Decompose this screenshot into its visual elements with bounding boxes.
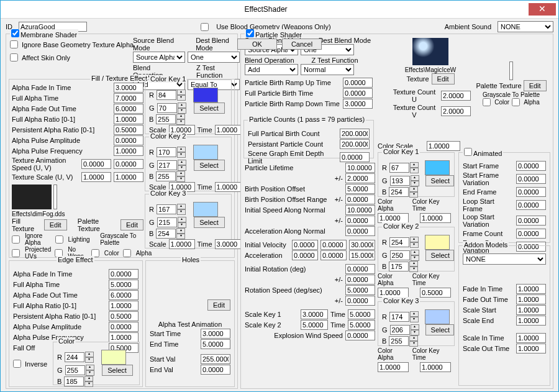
spin-down[interactable]: ▾ bbox=[411, 181, 419, 186]
p-ck2-ca-input[interactable] bbox=[378, 288, 409, 298]
inverse-checkbox[interactable] bbox=[13, 360, 21, 368]
p-ck1-b-input[interactable] bbox=[389, 187, 409, 197]
projected-uvs-checkbox[interactable] bbox=[12, 249, 20, 257]
fte-ck1-r-input[interactable] bbox=[157, 90, 176, 100]
cs-input[interactable] bbox=[427, 141, 460, 151]
membrane-shader-checkbox[interactable] bbox=[11, 29, 19, 37]
ir-pm-input[interactable] bbox=[345, 275, 375, 285]
tcu-input[interactable] bbox=[441, 91, 471, 101]
fte-ck3-select-button[interactable]: Select bbox=[194, 217, 225, 228]
p-ck3-g-input[interactable] bbox=[390, 325, 410, 335]
sk2-time-input[interactable] bbox=[348, 320, 375, 330]
mem-sbm-dropdown[interactable]: Source Alpha bbox=[133, 52, 185, 63]
mem-dbm-dropdown[interactable]: One bbox=[188, 52, 240, 63]
affect-skin-checkbox[interactable] bbox=[10, 53, 18, 62]
ppc-input[interactable] bbox=[340, 139, 370, 149]
fte-ck1-b-input[interactable] bbox=[156, 114, 176, 124]
fte-ck2-time-input[interactable] bbox=[215, 182, 241, 192]
fte-tas-u-input[interactable] bbox=[81, 159, 111, 169]
use-blood-geometry-checkbox[interactable] bbox=[201, 23, 209, 31]
sk1-input[interactable] bbox=[301, 309, 328, 319]
animated-checkbox[interactable] bbox=[464, 148, 472, 156]
edge-par-input[interactable] bbox=[109, 311, 139, 321]
ir-input[interactable] bbox=[345, 264, 375, 274]
p-ck1-ckt-input[interactable] bbox=[420, 213, 451, 223]
spin-up[interactable]: ▴ bbox=[176, 114, 185, 119]
rs-input[interactable] bbox=[345, 285, 375, 295]
spin-down[interactable]: ▾ bbox=[177, 152, 186, 158]
pl-pm-input[interactable] bbox=[345, 173, 375, 183]
p-ck2-ckt-input[interactable] bbox=[420, 288, 451, 298]
ss-input[interactable] bbox=[516, 305, 546, 315]
lighting-checkbox[interactable] bbox=[55, 235, 63, 244]
p-ck3-ckt-input[interactable] bbox=[420, 362, 451, 372]
holes-edit-button[interactable]: Edit bbox=[207, 299, 230, 311]
fot-input[interactable] bbox=[516, 294, 546, 304]
spin-up[interactable]: ▴ bbox=[409, 261, 418, 267]
tcv-input[interactable] bbox=[441, 106, 471, 116]
cancel-button[interactable]: Cancel bbox=[282, 39, 322, 50]
fte-ck3-g-input[interactable] bbox=[157, 217, 177, 227]
p-ck3-b-input[interactable] bbox=[389, 336, 409, 346]
pl-input[interactable] bbox=[345, 163, 375, 173]
ignore-alpha-checkbox[interactable] bbox=[12, 235, 20, 244]
p-ck3-select-button[interactable]: Select bbox=[425, 324, 454, 335]
aan-input[interactable] bbox=[345, 226, 375, 236]
ews-input[interactable] bbox=[345, 330, 375, 340]
fte-ck1-select-button[interactable]: Select bbox=[194, 103, 225, 114]
spin-up[interactable]: ▴ bbox=[176, 228, 185, 234]
spin-down[interactable]: ▾ bbox=[178, 165, 186, 171]
p-paltex-edit-button[interactable]: Edit bbox=[524, 80, 547, 91]
edge-color-select-button[interactable]: Select bbox=[102, 365, 133, 376]
iv3-input[interactable] bbox=[349, 240, 375, 250]
fte-tas-v-input[interactable] bbox=[114, 159, 143, 169]
fit-input[interactable] bbox=[516, 284, 546, 294]
spin-up[interactable]: ▴ bbox=[84, 376, 93, 381]
lsf-input[interactable] bbox=[516, 200, 546, 210]
rs-pm-input[interactable] bbox=[345, 296, 375, 306]
p-pbru-input[interactable] bbox=[343, 78, 373, 88]
holes-et-input[interactable] bbox=[201, 339, 230, 349]
spin-up[interactable]: ▴ bbox=[176, 171, 185, 176]
fte-ck2-select-button[interactable]: Select bbox=[194, 160, 225, 171]
fc-input[interactable] bbox=[516, 229, 546, 239]
spin-down[interactable]: ▾ bbox=[86, 370, 94, 376]
spin-up[interactable]: ▴ bbox=[86, 365, 94, 370]
spin-up[interactable]: ▴ bbox=[178, 160, 186, 165]
edge-apa-input[interactable] bbox=[109, 322, 139, 332]
spin-up[interactable]: ▴ bbox=[177, 204, 186, 209]
fte-apa-input[interactable] bbox=[114, 135, 143, 145]
p-gray-alpha-checkbox[interactable] bbox=[512, 98, 520, 106]
spin-down[interactable]: ▾ bbox=[178, 222, 186, 228]
lsv-input[interactable] bbox=[516, 216, 546, 226]
p-ck2-g-input[interactable] bbox=[390, 250, 410, 260]
particle-texture-edit-button[interactable]: Edit bbox=[432, 73, 455, 84]
close-button[interactable]: ✕ bbox=[529, 3, 556, 16]
iv1-input[interactable] bbox=[292, 240, 318, 250]
p-bo-dropdown[interactable]: Add bbox=[245, 64, 298, 75]
fpbc-input[interactable] bbox=[340, 129, 370, 139]
fill-texture-edit-button[interactable]: Edit bbox=[44, 219, 67, 230]
se-input[interactable] bbox=[516, 316, 546, 326]
ef-input[interactable] bbox=[516, 187, 546, 197]
holes-ev-input[interactable] bbox=[201, 365, 230, 375]
p-pbrd-input[interactable] bbox=[343, 99, 373, 109]
sgedl-input[interactable] bbox=[340, 152, 370, 162]
gray-alpha-checkbox[interactable] bbox=[123, 249, 131, 257]
spin-down[interactable]: ▾ bbox=[409, 267, 418, 272]
spin-up[interactable]: ▴ bbox=[411, 250, 419, 255]
bpo-input[interactable] bbox=[345, 184, 375, 194]
fte-ck1-time-input[interactable] bbox=[215, 125, 241, 135]
fte-ck3-b-input[interactable] bbox=[156, 229, 176, 239]
p-fpbt-input[interactable] bbox=[343, 88, 373, 98]
spin-down[interactable]: ▾ bbox=[176, 176, 185, 182]
spin-down[interactable]: ▾ bbox=[176, 234, 185, 239]
iv2-input[interactable] bbox=[320, 240, 347, 250]
spin-down[interactable]: ▾ bbox=[177, 95, 186, 101]
fte-ts-v-input[interactable] bbox=[114, 172, 143, 182]
fte-ck2-b-input[interactable] bbox=[156, 171, 176, 181]
spin-down[interactable]: ▾ bbox=[177, 209, 186, 215]
fte-ck3-time-input[interactable] bbox=[215, 239, 241, 249]
p-zt-dropdown[interactable]: Normal bbox=[301, 64, 354, 75]
spin-up[interactable]: ▴ bbox=[411, 324, 419, 330]
